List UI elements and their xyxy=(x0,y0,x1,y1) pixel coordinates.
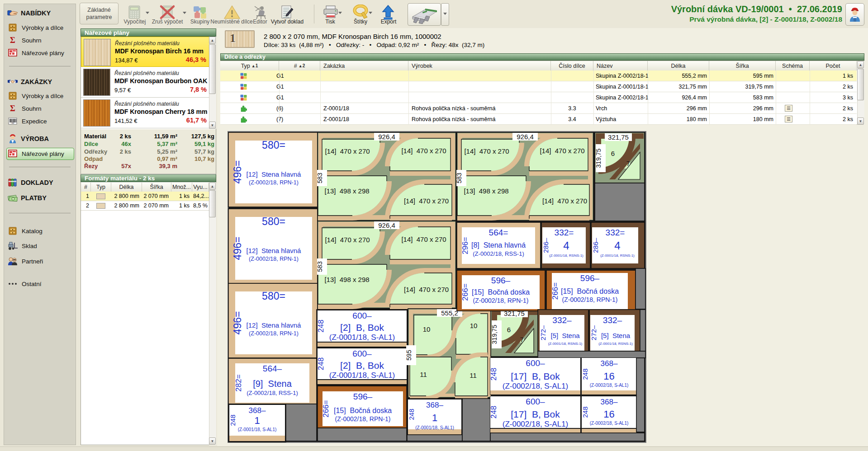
svg-text:248: 248 xyxy=(581,406,589,418)
svg-text:580=: 580= xyxy=(262,290,285,302)
svg-text:580=: 580= xyxy=(262,216,285,227)
svg-text:319,75: 319,75 xyxy=(595,148,602,168)
svg-text:7: 7 xyxy=(520,336,524,343)
svg-text:(Z-0001/18, S-AL1): (Z-0001/18, S-AL1) xyxy=(415,425,454,430)
svg-text:16: 16 xyxy=(603,409,614,420)
svg-text:296=: 296= xyxy=(461,237,470,254)
svg-text:[2] B, Bok: [2] B, Bok xyxy=(340,322,384,333)
svg-text:4: 4 xyxy=(614,240,620,252)
svg-text:[13] 498 x 298: [13] 498 x 298 xyxy=(324,187,369,195)
svg-text:(Z-0001/18, S-AL1): (Z-0001/18, S-AL1) xyxy=(329,333,395,342)
svg-text:11: 11 xyxy=(470,371,477,379)
svg-text:(Z-0002/18, S-AL1): (Z-0002/18, S-AL1) xyxy=(590,421,629,426)
svg-text:(Z-0002/18, RSS-1): (Z-0002/18, RSS-1) xyxy=(247,390,298,396)
svg-text:564–: 564– xyxy=(263,364,282,373)
svg-text:(Z-0002/18, S-AL1): (Z-0002/18, S-AL1) xyxy=(503,382,569,390)
svg-text:368–: 368– xyxy=(601,359,618,368)
svg-text:926,4: 926,4 xyxy=(517,133,534,141)
svg-text:286–: 286– xyxy=(542,238,550,253)
svg-text:(Z-0002/18, S-AL1): (Z-0002/18, S-AL1) xyxy=(590,383,629,388)
svg-text:[14] 470 x 270: [14] 470 x 270 xyxy=(540,147,584,155)
svg-text:[14] 470 x 270: [14] 470 x 270 xyxy=(401,147,446,155)
svg-text:[17] B, Bok: [17] B, Bok xyxy=(511,409,560,419)
svg-text:248: 248 xyxy=(317,357,325,370)
svg-text:248: 248 xyxy=(317,319,325,332)
svg-text:[9] Stena: [9] Stena xyxy=(253,379,292,389)
svg-text:[14] 470 x 270: [14] 470 x 270 xyxy=(464,147,509,155)
svg-text:266=: 266= xyxy=(322,400,330,417)
svg-text:600–: 600– xyxy=(526,358,545,368)
svg-text:248: 248 xyxy=(581,368,589,380)
svg-text:[8] Stena hlavná: [8] Stena hlavná xyxy=(471,241,526,249)
svg-text:[2] B, Bok: [2] B, Bok xyxy=(340,360,384,371)
svg-text:926,4: 926,4 xyxy=(378,221,395,229)
svg-text:(Z-0002/18, RPN-1): (Z-0002/18, RPN-1) xyxy=(249,256,299,262)
svg-text:248: 248 xyxy=(408,409,415,420)
svg-text:(Z-0002/18, RPN-1): (Z-0002/18, RPN-1) xyxy=(249,330,299,337)
svg-text:496=: 496= xyxy=(232,311,243,335)
svg-text:248: 248 xyxy=(489,368,498,381)
svg-text:[14] 470 x 270: [14] 470 x 270 xyxy=(325,236,370,244)
svg-text:596–: 596– xyxy=(353,392,373,401)
svg-text:[13] 498 x 298: [13] 498 x 298 xyxy=(324,276,369,283)
svg-text:496=: 496= xyxy=(232,160,243,184)
svg-text:782: 782 xyxy=(11,122,14,124)
svg-text:555,2: 555,2 xyxy=(441,309,458,317)
svg-text:[14] 470 x 270: [14] 470 x 270 xyxy=(404,286,449,293)
svg-text:[15] Bočná doska: [15] Bočná doska xyxy=(561,287,619,295)
svg-text:595: 595 xyxy=(405,350,413,361)
svg-text:583: 583 xyxy=(316,173,323,183)
svg-text:496=: 496= xyxy=(232,237,243,260)
svg-text:6: 6 xyxy=(611,150,615,157)
svg-text:10: 10 xyxy=(423,325,431,333)
svg-text:600–: 600– xyxy=(352,311,372,320)
svg-text:926,4: 926,4 xyxy=(378,133,395,141)
svg-text:596–: 596– xyxy=(491,276,511,285)
svg-text:600–: 600– xyxy=(352,349,372,358)
svg-text:332=: 332= xyxy=(555,228,574,237)
svg-text:564=: 564= xyxy=(489,228,508,237)
svg-text:596–: 596– xyxy=(580,273,600,283)
svg-text:(Z-0001/18, RSNS-1): (Z-0001/18, RSNS-1) xyxy=(600,254,635,258)
svg-text:286–: 286– xyxy=(592,238,599,253)
svg-text:(Z-0002/18, RPN-1): (Z-0002/18, RPN-1) xyxy=(249,179,299,186)
svg-text:332–: 332– xyxy=(603,315,622,325)
svg-text:583: 583 xyxy=(455,173,463,183)
svg-text:266=: 266= xyxy=(551,282,560,300)
svg-text:272–: 272– xyxy=(539,325,547,340)
svg-text:[14] 470 x 270: [14] 470 x 270 xyxy=(325,147,370,155)
svg-text:Σ: Σ xyxy=(10,36,15,45)
svg-text:282=: 282= xyxy=(234,374,243,391)
svg-text:(Z-0002/18, RSS-1): (Z-0002/18, RSS-1) xyxy=(473,250,524,257)
svg-text:4: 4 xyxy=(563,240,569,252)
svg-text:368–: 368– xyxy=(426,401,443,409)
svg-text:[15] Bočná doska: [15] Bočná doska xyxy=(472,288,530,296)
svg-text:(Z-0002/18, RPN-1): (Z-0002/18, RPN-1) xyxy=(562,296,618,303)
svg-text:[12] Stena hlavná: [12] Stena hlavná xyxy=(247,170,302,178)
svg-text:(Z-0001/18, RSNS-1): (Z-0001/18, RSNS-1) xyxy=(598,342,633,346)
svg-text:11: 11 xyxy=(420,371,427,378)
svg-text:[13] 498 x 298: [13] 498 x 298 xyxy=(464,187,508,195)
svg-text:(Z-0002/18, RPN-1): (Z-0002/18, RPN-1) xyxy=(473,297,529,304)
svg-text:[14] 470 x 270: [14] 470 x 270 xyxy=(404,197,449,205)
svg-text:(Z-0001/18, S-AL1): (Z-0001/18, S-AL1) xyxy=(238,427,277,432)
svg-text:272–: 272– xyxy=(590,325,598,340)
svg-text:248: 248 xyxy=(489,406,498,418)
svg-text:368–: 368– xyxy=(601,398,618,406)
svg-text:[12] Stena hlavná: [12] Stena hlavná xyxy=(247,247,302,254)
svg-text:[5] Stena: [5] Stena xyxy=(550,332,580,339)
svg-text:6: 6 xyxy=(507,326,511,334)
svg-text:(Z-0001/18, RSNS-1): (Z-0001/18, RSNS-1) xyxy=(549,254,583,258)
svg-text:321,75: 321,75 xyxy=(608,133,629,141)
svg-text:[12] Stena hlavná: [12] Stena hlavná xyxy=(247,321,302,329)
svg-text:(Z-0002/18, S-AL1): (Z-0002/18, S-AL1) xyxy=(503,420,569,428)
svg-text:(Z-0001/18, S-AL1): (Z-0001/18, S-AL1) xyxy=(329,371,395,380)
svg-text:319,75: 319,75 xyxy=(491,324,498,344)
svg-text:248: 248 xyxy=(229,414,237,426)
svg-text:[14] 470 x 270: [14] 470 x 270 xyxy=(401,235,446,243)
svg-text:[14] 470 x 270: [14] 470 x 270 xyxy=(542,197,587,205)
svg-text:332=: 332= xyxy=(606,228,625,237)
svg-text:600–: 600– xyxy=(526,397,545,406)
svg-text:1: 1 xyxy=(254,415,260,426)
svg-text:16: 16 xyxy=(603,371,614,382)
